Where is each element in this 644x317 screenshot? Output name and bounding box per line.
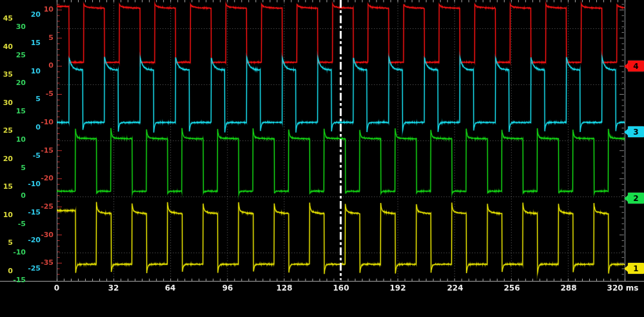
playback-toolbar: 00:02:026 x16 xyxy=(0,292,644,317)
y-axis-label: -10 xyxy=(0,249,26,256)
y-axis-label: 15 xyxy=(0,108,26,115)
y-axis-label: -10 xyxy=(16,119,54,126)
y-axis-label: -15 xyxy=(16,147,54,155)
x-axis-label: 0 xyxy=(54,283,59,293)
y-axis-label: -5 xyxy=(0,220,26,228)
y-axis-label: 25 xyxy=(0,52,26,59)
x-axis-label: 160 xyxy=(333,283,349,293)
x-axis-label: 320 ms xyxy=(607,283,639,293)
channel-badge-4[interactable]: 4 xyxy=(624,61,644,72)
y-axis-label: 5 xyxy=(0,164,26,172)
y-axis-label: 5 xyxy=(16,34,54,42)
channel-badge-2[interactable]: 2 xyxy=(624,193,644,204)
oscilloscope-app: 454035302520151050302520151050-5-10-1520… xyxy=(0,0,644,317)
x-axis-label: 192 xyxy=(389,283,405,293)
x-axis-label: 256 xyxy=(503,283,520,293)
y-axis-label: -35 xyxy=(16,259,54,267)
waveform-plot[interactable] xyxy=(0,0,644,292)
y-axis-label: 20 xyxy=(0,79,26,87)
channel-number: 3 xyxy=(628,126,644,137)
channel-badge-3[interactable]: 3 xyxy=(624,126,644,137)
y-axis-label: -25 xyxy=(16,203,54,211)
x-axis-label: 288 xyxy=(560,283,576,293)
x-axis-label: 224 xyxy=(447,283,463,293)
y-axis-label: 10 xyxy=(16,6,54,14)
y-axis-label: 10 xyxy=(0,136,26,144)
channel-number: 1 xyxy=(628,263,644,274)
y-axis-label: -20 xyxy=(16,175,54,182)
y-axis-label: 0 xyxy=(16,62,54,70)
y-axis-label: -5 xyxy=(16,90,54,98)
x-axis-label: 128 xyxy=(276,283,292,293)
y-axis-label: -30 xyxy=(16,231,54,239)
x-axis-label: 96 xyxy=(222,283,233,293)
channel-number: 2 xyxy=(628,193,644,204)
y-axis-label: 0 xyxy=(0,192,26,200)
x-axis-label: 32 xyxy=(108,283,119,293)
channel-number: 4 xyxy=(628,61,644,72)
y-axis-label: -15 xyxy=(0,276,26,284)
x-axis-label: 64 xyxy=(165,283,176,293)
y-axis-label: 30 xyxy=(0,23,26,31)
channel-badge-1[interactable]: 1 xyxy=(624,263,644,274)
